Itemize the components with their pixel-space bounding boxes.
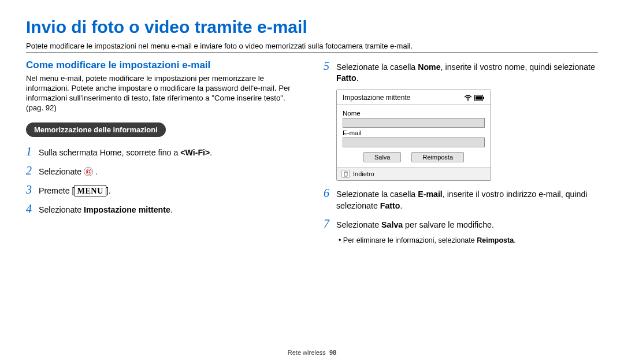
step-text: Premete [MENU].: [39, 185, 111, 196]
step-7: 7 Selezionate Salva per salvare le modif…: [324, 217, 598, 231]
step-number: 1: [26, 145, 39, 158]
content-columns: Come modificare le impostazioni e-mail N…: [26, 60, 598, 244]
bold-text: Fatto: [336, 73, 356, 83]
camera-dialog: Impostazione mittente Nome E-mail Salva: [336, 90, 491, 181]
page-footer: Rete wireless 98: [0, 349, 624, 356]
bold-text: E-mail: [418, 190, 443, 199]
text: ].: [106, 186, 111, 195]
step-1: 1 Sulla schermata Home, scorrete fino a …: [26, 145, 300, 158]
bold-text: Salva: [381, 220, 403, 229]
right-column: 5 Selezionate la casella Nome, inserite …: [324, 60, 598, 244]
step-5: 5 Selezionate la casella Nome, inserite …: [324, 60, 598, 84]
text: per salvare le modifiche.: [403, 220, 494, 229]
dialog-body: Nome E-mail Salva Reimposta: [337, 105, 491, 167]
text: Sulla schermata Home, scorrete fino a: [39, 148, 180, 157]
left-column: Come modificare le impostazioni e-mail N…: [26, 60, 300, 244]
text: Selezionate: [39, 205, 84, 214]
dialog-title: Impostazione mittente: [343, 94, 410, 102]
text: Selezionate la casella: [336, 190, 418, 199]
text: Per eliminare le informazioni, seleziona…: [343, 236, 477, 244]
name-input[interactable]: [343, 118, 485, 128]
page-number: 98: [329, 349, 336, 356]
section-description: Nel menu e-mail, potete modificare le im…: [26, 73, 300, 113]
text: .: [170, 205, 173, 214]
bold-text: Reimposta: [477, 236, 514, 244]
page-subtitle: Potete modificare le impostazioni nel me…: [26, 42, 598, 53]
step-number: 2: [26, 164, 39, 177]
step-number: 4: [26, 202, 39, 216]
email-icon: [84, 167, 93, 176]
wifi-icon: [464, 95, 472, 101]
step-number: 3: [26, 183, 39, 196]
page-title: Invio di foto o video tramite e-mail: [26, 17, 598, 37]
section-heading: Come modificare le impostazioni e-mail: [26, 60, 300, 71]
status-icons: [464, 95, 485, 101]
step-number: 5: [324, 60, 336, 73]
step-text: Selezionate la casella Nome, inserite il…: [336, 62, 598, 84]
step-3: 3 Premete [MENU].: [26, 183, 300, 196]
name-label: Nome: [343, 110, 485, 117]
step-number: 6: [324, 187, 336, 200]
reset-button[interactable]: Reimposta: [411, 152, 464, 162]
battery-icon: [474, 95, 485, 101]
text: .: [400, 201, 402, 210]
bullet-note: Per eliminare le informazioni, seleziona…: [339, 236, 598, 244]
text: Selezionate: [39, 167, 84, 176]
email-input[interactable]: [343, 138, 485, 147]
bold-text: Nome: [418, 62, 440, 72]
dialog-footer: Indietro: [337, 167, 491, 180]
email-label: E-mail: [343, 129, 485, 136]
text: Selezionate la casella: [336, 62, 418, 72]
text: Selezionate: [336, 220, 381, 229]
step-2: 2 Selezionate .: [26, 164, 300, 177]
step-text: Selezionate .: [39, 166, 98, 177]
trash-icon[interactable]: [341, 170, 350, 178]
text: , inserite il vostro nome, quindi selezi…: [441, 62, 595, 72]
bold-text: Impostazione mittente: [84, 205, 170, 214]
svg-rect-3: [483, 96, 484, 99]
text: .: [514, 236, 515, 244]
dialog-button-row: Salva Reimposta: [343, 152, 485, 162]
dialog-header: Impostazione mittente: [337, 90, 491, 105]
text: .: [210, 148, 212, 157]
step-6: 6 Selezionate la casella E-mail, inserit…: [324, 187, 598, 211]
step-text: Selezionate Salva per salvare le modific…: [336, 220, 494, 231]
save-button[interactable]: Salva: [363, 152, 402, 162]
text: Premete [: [39, 186, 75, 195]
menu-button-label: MENU: [75, 185, 106, 196]
callout-pill: Memorizzazione delle informazioni: [26, 122, 166, 137]
bold-text: Fatto: [380, 201, 400, 210]
back-label: Indietro: [353, 170, 374, 177]
step-text: Sulla schermata Home, scorrete fino a <W…: [39, 147, 212, 158]
footer-section: Rete wireless: [288, 349, 326, 356]
svg-point-0: [467, 99, 469, 101]
step-number: 7: [324, 217, 336, 231]
step-text: Selezionate la casella E-mail, inserite …: [336, 189, 598, 211]
bold-text: <Wi-Fi>: [180, 148, 210, 157]
text: .: [356, 73, 359, 83]
svg-rect-2: [476, 96, 482, 99]
step-text: Selezionate Impostazione mittente.: [39, 205, 173, 216]
step-4: 4 Selezionate Impostazione mittente.: [26, 202, 300, 216]
